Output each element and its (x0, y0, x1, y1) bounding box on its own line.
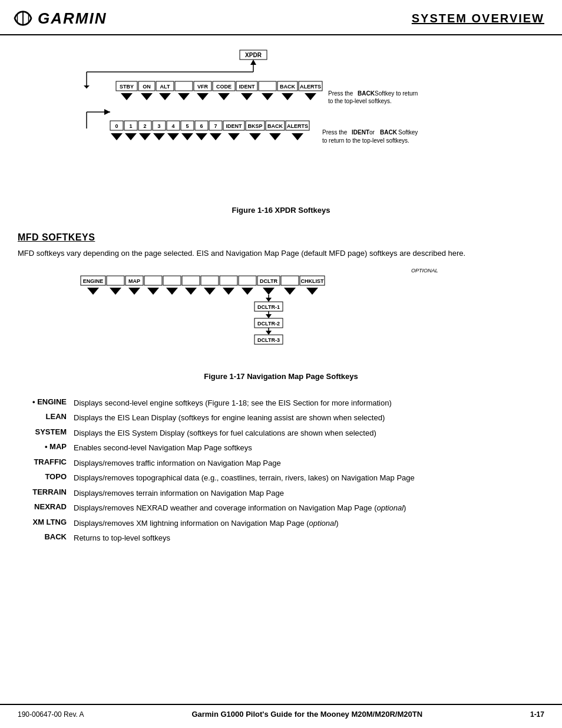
svg-text:1: 1 (129, 123, 132, 129)
svg-rect-95 (239, 276, 256, 285)
svg-marker-33 (282, 93, 293, 100)
svg-marker-77 (292, 133, 303, 140)
svg-marker-108 (223, 288, 234, 295)
svg-text:DCLTR-1: DCLTR-1 (257, 304, 280, 310)
svg-marker-71 (181, 133, 193, 140)
svg-text:ALERTS: ALERTS (287, 123, 308, 129)
feature-key-back: BACK (18, 532, 74, 541)
svg-text:3: 3 (157, 123, 160, 129)
feature-item-system: SYSTEM Displays the EIS System Display (… (18, 427, 544, 439)
xpdr-diagram-area: XPDR STBY ON ALT (18, 47, 544, 223)
svg-marker-101 (87, 288, 99, 295)
feature-key-nexrad: NEXRAD (18, 502, 74, 511)
svg-marker-73 (210, 133, 222, 140)
svg-text:DCLTR: DCLTR (260, 278, 277, 284)
svg-marker-67 (125, 133, 137, 140)
feature-item-engine: ENGINE Displays second-level engine soft… (18, 397, 544, 409)
xpdr-diagram-svg: XPDR STBY ON ALT (51, 47, 511, 200)
svg-text:BACK: BACK (380, 129, 398, 136)
footer-center: Garmin G1000 Pilot's Guide for the Moone… (191, 710, 422, 719)
svg-marker-27 (159, 93, 171, 100)
svg-marker-29 (197, 93, 209, 100)
svg-rect-91 (163, 276, 181, 285)
feature-desc-system: Displays the EIS System Display (softkey… (74, 427, 544, 439)
svg-text:CHKLIST: CHKLIST (301, 278, 324, 284)
svg-text:or: or (369, 129, 375, 136)
svg-rect-90 (144, 276, 162, 285)
feature-desc-engine: Displays second-level engine softkeys (F… (74, 397, 544, 409)
feature-item-terrain: TERRAIN Displays/removes terrain informa… (18, 487, 544, 499)
svg-text:STBY: STBY (120, 84, 134, 90)
svg-marker-69 (153, 133, 165, 140)
svg-text:IDENT: IDENT (239, 84, 256, 90)
svg-text:ALT: ALT (160, 84, 170, 90)
svg-text:IDENT: IDENT (226, 123, 243, 129)
feature-item-map: MAP Enables second-level Navigation Map … (18, 442, 544, 454)
main-content: XPDR STBY ON ALT (0, 35, 562, 559)
svg-marker-102 (110, 288, 121, 295)
svg-text:IDENT: IDENT (352, 129, 369, 136)
feature-item-traffic: TRAFFIC Displays/removes traffic informa… (18, 457, 544, 469)
svg-text:XPDR: XPDR (245, 52, 262, 58)
svg-text:BACK: BACK (267, 123, 283, 129)
svg-rect-20 (259, 81, 276, 91)
svg-rect-13 (175, 81, 193, 91)
svg-rect-92 (182, 276, 200, 285)
garmin-logo: GARMIN (12, 7, 107, 29)
svg-marker-111 (284, 288, 296, 295)
logo-text: GARMIN (38, 9, 107, 28)
svg-text:to return to the top-level sof: to return to the top-level softkeys. (322, 137, 409, 144)
svg-marker-72 (196, 133, 207, 140)
svg-text:OPTIONAL: OPTIONAL (411, 268, 438, 274)
page-header: GARMIN SYSTEM OVERVIEW (0, 0, 562, 35)
svg-marker-110 (263, 288, 275, 295)
feature-key-xmltng: XM LTNG (18, 518, 74, 526)
svg-marker-114 (266, 298, 272, 302)
svg-text:Softkey to return: Softkey to return (375, 90, 418, 97)
svg-marker-109 (242, 288, 253, 295)
svg-marker-30 (218, 93, 230, 100)
svg-text:2: 2 (143, 123, 146, 129)
page-footer: 190-00647-00 Rev. A Garmin G1000 Pilot's… (0, 704, 562, 719)
svg-marker-74 (228, 133, 240, 140)
xpdr-svg-container: XPDR STBY ON ALT (51, 47, 511, 202)
svg-text:4: 4 (171, 123, 174, 129)
footer-left: 190-00647-00 Rev. A (18, 710, 84, 719)
svg-marker-2 (250, 60, 256, 65)
page-title: SYSTEM OVERVIEW (412, 12, 544, 25)
feature-desc-back: Returns to top-level softkeys (74, 532, 544, 544)
mfd-section-intro: MFD softkeys vary depending on the page … (18, 248, 544, 259)
svg-text:BKSP: BKSP (247, 123, 262, 129)
svg-text:Press the: Press the (322, 129, 348, 136)
svg-rect-98 (281, 276, 299, 285)
feature-desc-nexrad: Displays/removes NEXRAD weather and cove… (74, 502, 544, 514)
svg-marker-68 (139, 133, 151, 140)
svg-marker-105 (166, 288, 178, 295)
svg-text:0: 0 (115, 123, 118, 129)
mfd-diagram-area: OPTIONAL ENGINE MAP DCLTR (18, 265, 544, 389)
mfd-diagram-svg: OPTIONAL ENGINE MAP DCLTR (60, 265, 502, 368)
footer-right: 1-17 (530, 710, 544, 719)
mfd-section-heading: MFD SOFTKEYS (18, 232, 544, 243)
svg-marker-112 (306, 288, 318, 295)
feature-item-xmltng: XM LTNG Displays/removes XM lightning in… (18, 518, 544, 529)
svg-marker-6 (84, 85, 90, 88)
svg-text:Softkey: Softkey (398, 129, 418, 136)
svg-rect-93 (201, 276, 219, 285)
feature-desc-topo: Displays/removes topographical data (e.g… (74, 472, 544, 484)
svg-marker-28 (178, 93, 190, 100)
svg-rect-87 (107, 276, 124, 285)
svg-text:to the top-level softkeys.: to the top-level softkeys. (328, 98, 392, 104)
svg-text:5: 5 (186, 123, 189, 129)
feature-key-map: MAP (18, 442, 74, 451)
feature-list: ENGINE Displays second-level engine soft… (18, 397, 544, 544)
svg-text:DCLTR-3: DCLTR-3 (257, 337, 280, 343)
feature-item-lean: LEAN Displays the EIS Lean Display (soft… (18, 412, 544, 424)
feature-key-system: SYSTEM (18, 427, 74, 436)
svg-marker-103 (128, 288, 140, 295)
feature-desc-xmltng: Displays/removes XM lightning informatio… (74, 518, 544, 529)
svg-text:DCLTR-2: DCLTR-2 (257, 321, 280, 327)
svg-text:ALERTS: ALERTS (300, 84, 321, 90)
svg-marker-32 (262, 93, 273, 100)
figure-1-16-label: Figure 1-16 XPDR Softkeys (232, 206, 330, 215)
